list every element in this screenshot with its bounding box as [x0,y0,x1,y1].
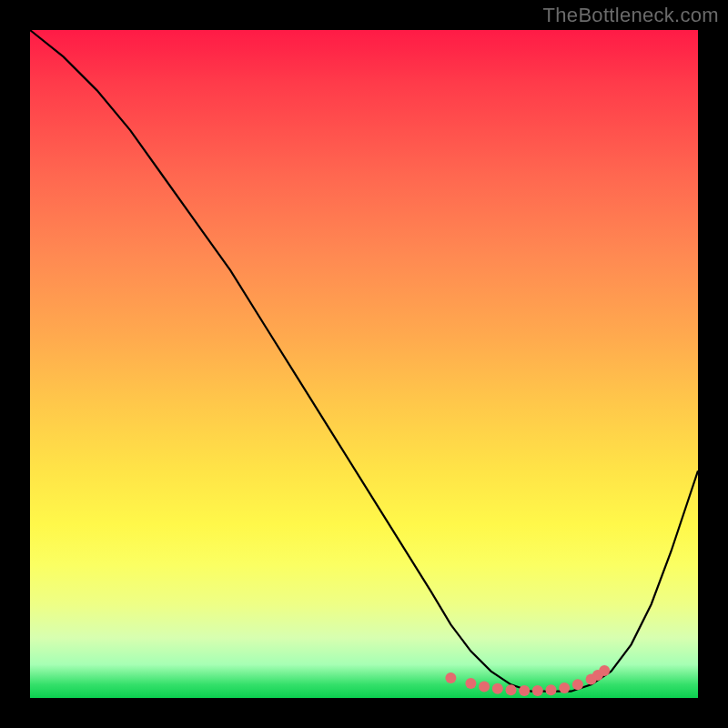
highlight-dot [465,678,476,689]
highlight-dot [506,684,517,695]
highlight-dots-group [445,665,610,696]
highlight-dot [445,672,456,683]
highlight-dot [559,682,570,693]
highlight-dot [519,685,530,696]
chart-plot-area [30,30,698,698]
watermark-text: TheBottleneck.com [543,4,719,27]
chart-svg [30,30,698,698]
highlight-dot [479,682,490,693]
highlight-dot [599,665,610,676]
highlight-dot [532,685,543,696]
highlight-dot [492,683,503,694]
curve-line [30,30,698,692]
highlight-dot [572,679,583,690]
highlight-dot [546,684,557,695]
